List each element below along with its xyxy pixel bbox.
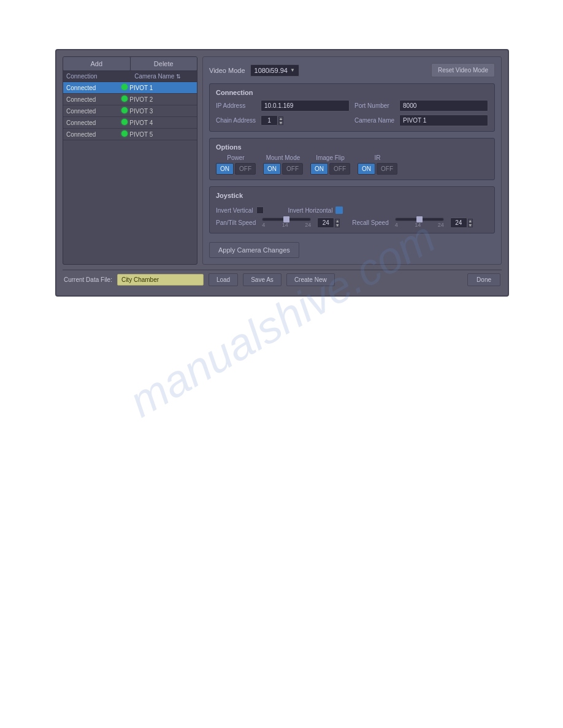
- recall-speed-spinner[interactable]: ▲ ▼: [450, 218, 473, 228]
- connection-section: Connection IP Address Port Number Chain …: [209, 83, 495, 132]
- chain-address-label: Chain Address: [216, 117, 256, 124]
- power-option: Power ON OFF: [216, 154, 256, 175]
- mount-mode-off-button[interactable]: OFF: [282, 163, 303, 175]
- recall-up[interactable]: ▲: [468, 219, 473, 223]
- port-number-label: Port Number: [354, 102, 394, 109]
- port-number-input[interactable]: [399, 100, 488, 112]
- pan-tilt-speed-input[interactable]: [317, 218, 334, 228]
- invert-vertical-label: Invert Vertical: [216, 207, 253, 214]
- power-on-button[interactable]: ON: [216, 163, 234, 175]
- options-row: Power ON OFF Mount Mode ON OFF: [216, 154, 488, 175]
- image-flip-option: Image Flip ON OFF: [310, 154, 350, 175]
- left-panel-header: Add Delete: [63, 57, 197, 71]
- right-panel: Video Mode 1080i59.94 ▼ Reset Video Mode…: [202, 56, 502, 265]
- camera-connection: Connected: [63, 117, 118, 129]
- camera-row[interactable]: ConnectedPIVOT 3: [63, 105, 197, 117]
- top-section: Add Delete Connection Camera Name ⇅: [63, 56, 502, 265]
- recall-slider-thumb: [416, 216, 423, 222]
- chain-address-arrows: ▲ ▼: [278, 116, 283, 125]
- add-button[interactable]: Add: [63, 57, 131, 70]
- chain-address-up[interactable]: ▲: [278, 116, 283, 121]
- mount-mode-label: Mount Mode: [266, 154, 301, 161]
- recall-speed-input[interactable]: [450, 218, 467, 228]
- joystick-section-label: Joystick: [216, 192, 488, 199]
- invert-vertical-checkbox[interactable]: [256, 207, 264, 214]
- current-file-label: Current Data File:: [64, 276, 112, 283]
- ir-off-button[interactable]: OFF: [377, 163, 397, 175]
- mount-mode-toggle: ON OFF: [263, 163, 303, 175]
- col-camera-name: Camera Name ⇅: [118, 71, 197, 82]
- pan-tilt-down[interactable]: ▼: [335, 223, 340, 227]
- delete-button[interactable]: Delete: [131, 57, 197, 70]
- options-section: Options Power ON OFF Mount Mode ON OF: [209, 138, 495, 180]
- invert-horizontal-checkbox[interactable]: [335, 207, 343, 214]
- chain-address-input[interactable]: [261, 115, 278, 126]
- main-container: Add Delete Connection Camera Name ⇅: [55, 49, 509, 297]
- pan-tilt-slider-labels: 4 14 24: [262, 222, 311, 228]
- create-new-button[interactable]: Create New: [286, 273, 335, 286]
- current-file-input[interactable]: [117, 274, 204, 286]
- ir-option: IR ON OFF: [358, 154, 397, 175]
- camera-row[interactable]: ConnectedPIVOT 1: [63, 82, 197, 94]
- power-off-button[interactable]: OFF: [235, 163, 256, 175]
- image-flip-off-button[interactable]: OFF: [329, 163, 350, 175]
- reset-video-mode-button[interactable]: Reset Video Mode: [431, 63, 495, 77]
- recall-down[interactable]: ▼: [468, 223, 473, 227]
- chain-address-spinner[interactable]: ▲ ▼: [261, 115, 350, 126]
- recall-slider[interactable]: [395, 218, 444, 221]
- save-as-button[interactable]: Save As: [243, 273, 282, 286]
- camera-name-cell: PIVOT 2: [118, 94, 197, 105]
- invert-horizontal-group: Invert Horizontal: [288, 207, 343, 214]
- connection-section-label: Connection: [216, 89, 488, 96]
- status-dot-icon: [121, 119, 128, 125]
- invert-vertical-group: Invert Vertical: [216, 207, 264, 214]
- camera-row[interactable]: ConnectedPIVOT 5: [63, 129, 197, 140]
- load-button[interactable]: Load: [209, 273, 238, 286]
- camera-connection: Connected: [63, 94, 118, 105]
- chain-address-down[interactable]: ▼: [278, 121, 283, 125]
- camera-row[interactable]: ConnectedPIVOT 4: [63, 117, 197, 129]
- power-label: Power: [227, 154, 244, 161]
- camera-name-cell: PIVOT 5: [118, 129, 197, 140]
- video-mode-label: Video Mode: [209, 67, 245, 74]
- pan-tilt-mid: 14: [282, 222, 288, 228]
- camera-name-input[interactable]: [399, 115, 488, 126]
- recall-speed-label: Recall Speed: [352, 219, 388, 226]
- camera-row[interactable]: ConnectedPIVOT 2: [63, 94, 197, 105]
- recall-arrows: ▲ ▼: [468, 219, 473, 227]
- recall-min: 4: [395, 222, 398, 228]
- done-button[interactable]: Done: [467, 273, 500, 286]
- pan-tilt-speed-spinner[interactable]: ▲ ▼: [317, 218, 340, 228]
- camera-name-cell: PIVOT 3: [118, 105, 197, 117]
- apply-camera-changes-button[interactable]: Apply Camera Changes: [209, 242, 299, 258]
- dropdown-arrow-icon: ▼: [290, 67, 295, 73]
- bottom-bar: Current Data File: Load Save As Create N…: [63, 270, 502, 289]
- power-toggle: ON OFF: [216, 163, 256, 175]
- pan-tilt-up[interactable]: ▲: [335, 219, 340, 223]
- recall-max: 24: [438, 222, 444, 228]
- mount-mode-on-button[interactable]: ON: [263, 163, 281, 175]
- recall-slider-container: 4 14 24: [395, 218, 444, 228]
- camera-table: Connection Camera Name ⇅ ConnectedPIVOT …: [63, 71, 197, 140]
- image-flip-label: Image Flip: [316, 154, 345, 161]
- video-mode-dropdown[interactable]: 1080i59.94 ▼: [250, 64, 299, 77]
- status-dot-icon: [121, 84, 128, 90]
- recall-slider-labels: 4 14 24: [395, 222, 444, 228]
- camera-connection: Connected: [63, 129, 118, 140]
- status-dot-icon: [121, 131, 128, 137]
- recall-mid: 14: [415, 222, 421, 228]
- image-flip-on-button[interactable]: ON: [310, 163, 328, 175]
- status-dot-icon: [121, 107, 128, 113]
- camera-name-cell: PIVOT 1: [118, 82, 197, 94]
- ir-label: IR: [375, 154, 381, 161]
- col-connection: Connection: [63, 71, 118, 82]
- pan-tilt-arrows: ▲ ▼: [335, 219, 340, 227]
- ir-on-button[interactable]: ON: [358, 163, 375, 175]
- ip-address-input[interactable]: [261, 100, 350, 112]
- connection-grid: IP Address Port Number Chain Address ▲ ▼…: [216, 100, 488, 126]
- ir-toggle: ON OFF: [358, 163, 397, 175]
- pan-tilt-slider[interactable]: [262, 218, 311, 221]
- joystick-row-2: Pan/Tilt Speed 4 14 24: [216, 218, 488, 228]
- camera-connection: Connected: [63, 82, 118, 94]
- joystick-row-1: Invert Vertical Invert Horizontal: [216, 207, 488, 214]
